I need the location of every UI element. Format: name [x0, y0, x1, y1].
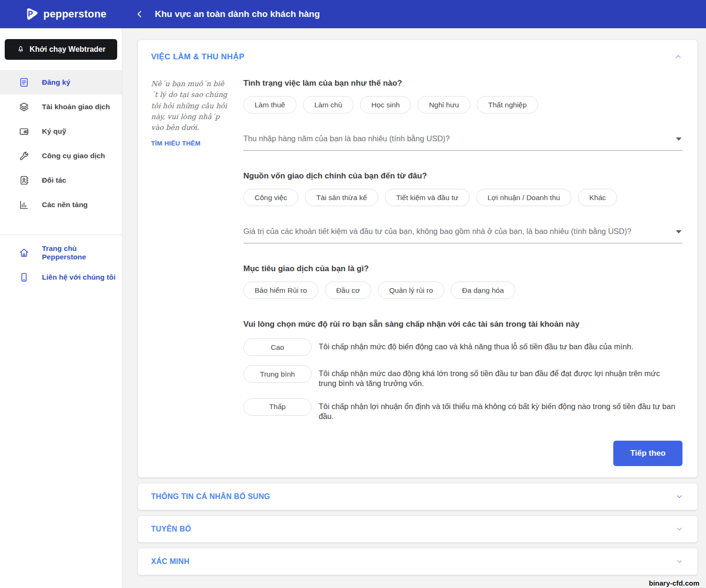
- chip-tai-san-thua-ke[interactable]: Tài sản thừa kế: [305, 189, 378, 206]
- chip-quan-ly-rui-ro[interactable]: Quản lý rủi ro: [378, 282, 444, 299]
- risk-description-trung-binh: Tôi chấp nhận mức dao động khá lớn trong…: [319, 365, 675, 389]
- chip-lam-chu[interactable]: Làm chủ: [303, 96, 353, 113]
- sidebar-item-tai-khoan-giao-dich[interactable]: Tài khoản giao dịch: [0, 95, 122, 119]
- pepperstone-logo-icon: P: [24, 7, 39, 21]
- annual-income-select[interactable]: Thu nhập hàng năm của bạn là bao nhiêu (…: [243, 134, 682, 151]
- sidebar-nav: Đăng ký Tài khoản giao dịch: [0, 70, 122, 217]
- accordion-additional-personal-info[interactable]: THÔNG TIN CÁ NHÂN BỔ SUNG: [138, 483, 698, 510]
- risk-option-medium: Trung bình Tôi chấp nhận mức dao động kh…: [243, 365, 682, 389]
- sidebar-item-label: Đối tác: [42, 176, 66, 185]
- wallet-icon: [19, 126, 29, 137]
- sidebar-item-ky-quy[interactable]: Ký quỹ: [0, 119, 122, 144]
- chip-cong-viec[interactable]: Công việc: [243, 189, 298, 206]
- chip-loi-nhuan-doanh-thu[interactable]: Lợi nhuận / Doanh thu: [476, 189, 571, 206]
- accordion-title: XÁC MINH: [151, 557, 190, 566]
- sidebar-item-label: Tài khoản giao dịch: [42, 103, 110, 111]
- accordion-title: TUYÊN BỐ: [151, 525, 191, 533]
- explainer-note: Nê´u bạn muô´n biê´t lý do tại sao chúng…: [151, 79, 230, 133]
- sidebar-item-label: Ký quỹ: [42, 127, 66, 136]
- chevron-down-icon: [675, 557, 683, 565]
- chip-hoc-sinh[interactable]: Học sinh: [360, 96, 411, 113]
- phone-icon: [19, 272, 29, 282]
- rocket-icon: [16, 45, 25, 54]
- employment-income-card: VIỆC LÀM & THU NHẬP Nê´u bạn muô´n biê´t…: [138, 40, 698, 477]
- home-icon: [19, 248, 29, 258]
- chevron-up-icon[interactable]: [674, 53, 682, 61]
- sidebar-item-label: Các nền tảng: [42, 201, 88, 209]
- risk-pill-thap[interactable]: Thấp: [243, 398, 312, 416]
- main-content: VIỆC LÀM & THU NHẬP Nê´u bạn muô´n biê´t…: [122, 28, 706, 588]
- question-risk-level: Vui lòng chọn mức độ rủi ro bạn sẵn sàng…: [243, 320, 682, 329]
- dropdown-arrow-icon: [676, 230, 682, 234]
- top-bar: P pepperstone Khu vực an toàn dành cho k…: [0, 0, 706, 28]
- accordion-declaration[interactable]: TUYÊN BỐ: [138, 516, 698, 542]
- chip-dau-co[interactable]: Đầu cơ: [325, 282, 371, 299]
- sidebar-item-label: Công cụ giao dịch: [42, 152, 105, 160]
- bar-chart-icon: [19, 200, 29, 210]
- chevron-down-icon: [675, 525, 683, 533]
- risk-pill-trung-binh[interactable]: Trung bình: [243, 365, 312, 383]
- sidebar-item-cac-nen-tang[interactable]: Các nền tảng: [0, 193, 122, 217]
- page-header: Khu vực an toàn dành cho khách hàng: [122, 0, 320, 28]
- risk-option-low: Thấp Tôi chấp nhận lợi nhuận ổn định và …: [243, 398, 682, 422]
- chevron-down-icon: [675, 492, 683, 500]
- next-button[interactable]: Tiếp theo: [613, 441, 682, 466]
- chip-lam-thue[interactable]: Làm thuê: [243, 96, 297, 113]
- section-title-employment-income: VIỆC LÀM & THU NHẬP: [151, 52, 244, 62]
- sidebar-item-pepperstone-home[interactable]: Trang chủ Pepperstone: [0, 241, 122, 265]
- employment-form: Tình trạng việc làm của bạn như thế nào?…: [243, 79, 682, 466]
- funds-options: Công việc Tài sản thừa kế Tiết kiệm và đ…: [243, 189, 682, 206]
- accordion-verification[interactable]: XÁC MINH: [138, 548, 698, 575]
- sidebar-footer: Trang chủ Pepperstone Liên hệ với chúng …: [0, 241, 122, 290]
- launch-webtrader-label: Khởi chạy Webtrader: [30, 45, 105, 54]
- layers-icon: [19, 102, 29, 112]
- chip-tiet-kiem-dau-tu[interactable]: Tiết kiệm và đầu tư: [385, 189, 470, 206]
- goal-options: Bảo hiểm Rủi ro Đầu cơ Quản lý rủi ro Đa…: [243, 282, 682, 299]
- sidebar-item-dang-ky[interactable]: Đăng ký: [0, 70, 122, 95]
- risk-option-high: Cao Tôi chấp nhận mức độ biến động cao v…: [243, 338, 682, 356]
- sidebar-item-cong-cu-giao-dich[interactable]: Công cụ giao dịch: [0, 144, 122, 168]
- launch-webtrader-button[interactable]: Khởi chạy Webtrader: [5, 39, 117, 60]
- risk-description-thap: Tôi chấp nhận lợi nhuận ổn định và tối t…: [319, 398, 675, 422]
- document-icon: [19, 77, 29, 88]
- svg-text:P: P: [28, 10, 33, 18]
- savings-value-select[interactable]: Giá trị của các khoản tiết kiệm và đầu t…: [243, 227, 682, 243]
- learn-more-link[interactable]: TÌM HIỂU THÊM: [151, 140, 201, 147]
- chip-bao-hiem-rui-ro[interactable]: Bảo hiểm Rủi ro: [243, 282, 318, 299]
- app-window: P pepperstone Khu vực an toàn dành cho k…: [0, 0, 706, 588]
- question-funds-source: Nguồn vốn giao dịch chính của bạn đến từ…: [243, 171, 682, 181]
- dropdown-arrow-icon: [676, 137, 682, 141]
- risk-description-cao: Tôi chấp nhận mức độ biến động cao và kh…: [319, 338, 634, 352]
- back-chevron-icon[interactable]: [135, 9, 144, 19]
- sidebar-item-doi-tac[interactable]: Đối tác: [0, 168, 122, 193]
- question-employment-status: Tình trạng việc làm của bạn như thế nào?: [243, 79, 682, 88]
- chip-nghi-huu[interactable]: Nghỉ hưu: [417, 96, 470, 113]
- chip-da-dang-hoa[interactable]: Đa dạng hóa: [451, 282, 515, 299]
- sidebar-divider: [0, 234, 122, 235]
- sidebar-item-contact-us[interactable]: Liên hệ với chúng tôi: [0, 265, 122, 290]
- sidebar-item-label: Trang chủ Pepperstone: [42, 244, 122, 261]
- sidebar-item-label: Đăng ký: [42, 78, 70, 87]
- page-title: Khu vực an toàn dành cho khách hàng: [155, 9, 320, 19]
- brand[interactable]: P pepperstone: [0, 0, 122, 28]
- wrench-icon: [19, 151, 29, 161]
- sidebar-item-label: Liên hệ với chúng tôi: [42, 273, 116, 282]
- contacts-icon: [19, 175, 29, 185]
- question-trading-goal: Mục tiêu giao dịch của bạn là gì?: [243, 264, 682, 274]
- chip-that-nghiep[interactable]: Thất nghiệp: [477, 96, 538, 113]
- brand-name: pepperstone: [43, 8, 106, 20]
- accordion-title: THÔNG TIN CÁ NHÂN BỔ SUNG: [151, 492, 270, 501]
- explainer-aside: Nê´u bạn muô´n biê´t lý do tại sao chúng…: [151, 79, 230, 466]
- employment-options: Làm thuê Làm chủ Học sinh Nghỉ hưu Thất …: [243, 96, 682, 113]
- watermark: binary-cfd.com: [649, 579, 699, 587]
- chip-khac[interactable]: Khác: [578, 189, 617, 206]
- sidebar: Khởi chạy Webtrader Đăng ký: [0, 28, 122, 588]
- risk-pill-cao[interactable]: Cao: [243, 338, 312, 356]
